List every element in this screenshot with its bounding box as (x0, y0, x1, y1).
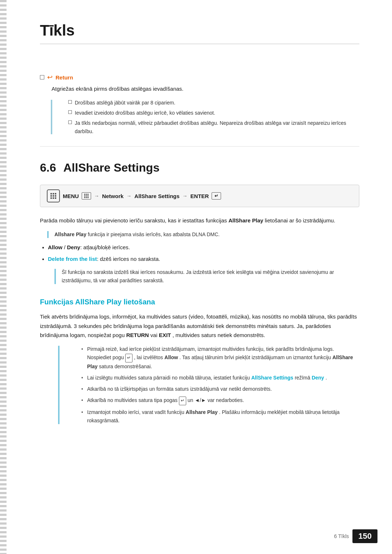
svg-rect-16 (86, 197, 87, 198)
menu-arrow-2: → (126, 193, 131, 199)
svg-rect-0 (50, 193, 52, 194)
section-6-6-1-intro: Tiek atvērts brīdinājuma logs, informējo… (40, 312, 359, 340)
menu-grid-icon (82, 192, 91, 200)
return-notes-list: Drošības atslēgā jābūt vairāk par 8 cipa… (68, 99, 359, 136)
sub-bullet-3: Atkarībā no tā izšķirtspējas un formāta … (80, 385, 359, 393)
sub-bullet-1: Pirmajā reizē, kad ierīce piekļūst izstr… (80, 345, 359, 371)
svg-rect-10 (86, 194, 87, 195)
exit-bold: EXIT (159, 332, 171, 338)
section-6-6-bullets: Allow / Deny: atļauj/bloķē ierīces. Dele… (40, 243, 359, 264)
bullet-delete: Delete from the list: dzēš ierīces no sa… (40, 255, 359, 264)
return-note-1: Drošības atslēgā jābūt vairāk par 8 cipa… (68, 99, 359, 107)
menu-enter-label: ENTER (191, 193, 209, 199)
return-note-3: Ja tīkls nedarbojas normāli, vēlreiz pār… (68, 119, 359, 135)
page-title: Tīkls (40, 22, 359, 44)
menu-arrow-3: → (183, 193, 188, 199)
svg-rect-14 (87, 196, 89, 197)
menu-network: Network (102, 193, 123, 199)
page-footer: 6 Tīkls 150 (334, 529, 377, 543)
return-icon: ↩ (47, 73, 53, 81)
svg-rect-13 (86, 196, 87, 197)
return-section: ↩ Return Atgriežas ekrānā pirms drošības… (40, 73, 359, 135)
enter-btn-icon: ↵ (125, 354, 132, 362)
return-note-block: Drošības atslēgā jābūt vairāk par 8 cipa… (51, 99, 359, 136)
section-divider (40, 146, 359, 147)
cb-1 (68, 100, 72, 104)
footer-text: 6 Tīkls (334, 533, 349, 539)
section-number: 6.6 (40, 161, 56, 175)
svg-rect-11 (87, 194, 89, 195)
menu-path: MENU → Network → AllShare Settings → ENT… (40, 185, 359, 207)
bullet-allow-deny: Allow / Deny: atļauj/bloķē ierīces. (40, 243, 359, 252)
allshare-play-bold: AllShare Play (228, 217, 263, 223)
menu-enter-icon: ↵ (212, 192, 221, 200)
return-item: ↩ Return (40, 73, 359, 81)
svg-rect-8 (55, 197, 56, 199)
cb-3 (68, 120, 72, 124)
svg-rect-1 (53, 193, 54, 194)
menu-allshare-settings: AllShare Settings (134, 193, 179, 199)
dlna-note: Allshare Play funkcija ir pieejama visās… (47, 230, 359, 239)
svg-rect-4 (53, 195, 54, 197)
svg-rect-9 (84, 194, 85, 195)
checkbox-bullet (40, 75, 44, 79)
sub-note-block: Pirmajā reizē, kad ierīce piekļūst izstr… (58, 345, 359, 425)
section-6-6-1-heading: Funkcijas AllShare Play lietošana (40, 298, 359, 306)
svg-rect-5 (55, 195, 56, 197)
section-6-6-intro: Parāda mobilo tālruņu vai pievienoto ier… (40, 216, 359, 225)
section-6-6-heading: 6.6 AllShare Settings (40, 161, 359, 175)
delete-note: Šī funkcija no saraksta izdzēš tikai ier… (54, 268, 359, 285)
svg-rect-12 (84, 196, 85, 197)
enter-btn-icon-2: ↵ (179, 397, 186, 405)
return-label: Return (56, 74, 73, 81)
return-description: Atgriežas ekrānā pirms drošības atslēgas… (52, 84, 359, 94)
cb-2 (68, 110, 72, 114)
svg-rect-6 (50, 197, 52, 199)
page: Tīkls ↩ Return Atgriežas ekrānā pirms dr… (0, 0, 392, 554)
page-number: 150 (352, 529, 377, 543)
svg-rect-2 (55, 193, 56, 194)
sub-bullet-5: Izmantojot mobilo ierīci, varat vadīt fu… (80, 408, 359, 425)
menu-label: MENU (63, 193, 79, 199)
svg-rect-3 (50, 195, 52, 197)
dlna-note-text: Allshare Play funkcija ir pieejama visās… (54, 230, 359, 239)
svg-rect-17 (87, 197, 89, 198)
return-bold: RETURN (126, 332, 149, 338)
menu-arrow-1: → (94, 193, 99, 199)
menu-main-icon (47, 189, 60, 202)
section-title: AllShare Settings (63, 161, 159, 175)
return-note-2: Ievadiet izveidoto drošības atslēgu ierī… (68, 109, 359, 117)
sub-bullet-2: Lai izslēgtu multivides satura pārraidi … (80, 374, 359, 382)
delete-note-text: Šī funkcija no saraksta izdzēš tikai ier… (62, 268, 359, 285)
sub-bullet-4: Atkarībā no multivides satura tipa pogas… (80, 396, 359, 405)
svg-rect-15 (84, 197, 85, 198)
sub-bullet-list: Pirmajā reizē, kad ierīce piekļūst izstr… (80, 345, 359, 425)
svg-rect-7 (53, 197, 54, 199)
